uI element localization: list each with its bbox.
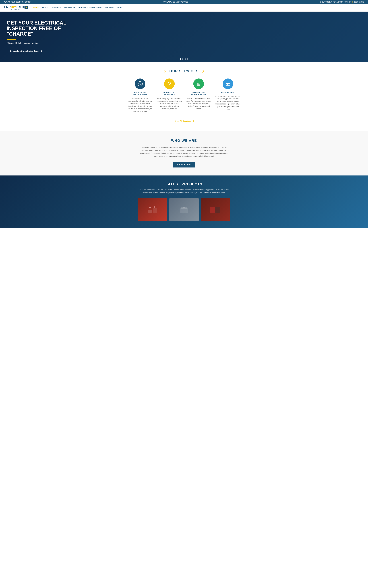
hero-dot-1[interactable] [180,58,181,60]
view-all-services-button[interactable]: View All Services ⊕ [170,118,198,124]
topbar-phone: 239.947.2375 [354,1,364,3]
project-thumb-1 [138,198,167,221]
top-bar: ALWAYS YOUR BEST CONNECTION FAMILY OWNED… [0,0,368,4]
nav-contact[interactable]: CONTACT [105,7,114,9]
lightning-icon: ⚡ [351,1,353,3]
service-card-commercial: COMMERCIALSERVICE WORK Make sure your bu… [186,78,211,113]
hero-section: GET YOUR ELECTRICAL INSPECTION FREE OF "… [0,12,368,62]
nav-links: HOME ABOUT SERVICES PORTFOLIO SCHEDULE A… [33,7,122,9]
hero-title: GET YOUR ELECTRICAL INSPECTION FREE OF "… [7,20,80,37]
svg-line-3 [168,82,168,82]
svg-point-19 [154,206,155,208]
service-icon-remodels [164,78,175,89]
svg-line-4 [170,82,171,82]
hero-cta-button[interactable]: Schedule a Consultation Today! ⊕ [7,48,46,54]
service-title-generators: GENERATORS [215,91,240,94]
svg-rect-17 [153,208,157,213]
service-title-residential: RESIDENTIALSERVICE WORK [128,91,153,96]
projects-content: LATEST PROJECTS Since our inception in 2… [4,182,364,221]
project-thumb-3 [201,198,230,221]
hero-dot-3[interactable] [184,58,186,60]
svg-rect-7 [198,83,199,84]
nav-services[interactable]: SERVICES [52,7,61,9]
svg-rect-23 [210,207,215,213]
hero-content: GET YOUR ELECTRICAL INSPECTION FREE OF "… [0,12,86,62]
service-desc-residential: Empowered Global, Inc. specializes in re… [128,97,153,113]
nav-schedule[interactable]: SCHEDULE APPOINTMENT [78,7,102,9]
header-right-line: ⚡ [201,69,217,73]
header-hr-left [151,71,162,71]
who-section: WHO WE ARE Empowered Global, Inc. is an … [0,131,368,175]
projects-title: LATEST PROJECTS [4,182,364,186]
hero-dots [180,58,188,60]
service-card-residential: RESIDENTIALSERVICE WORK Empowered Global… [128,78,153,113]
logo-sub: GLOBAL INC. [4,9,28,10]
logo-emp: EMP [4,5,11,9]
who-text: Empowered Global, Inc. is an electrical … [139,146,229,158]
service-card-remodels: RESIDENTIALREMODELS Make sure you get th… [157,78,182,113]
view-all-icon: ⊕ [192,120,194,122]
svg-point-1 [168,82,171,85]
more-about-button[interactable]: More About Us [173,162,195,167]
logo-ow: OW [11,5,16,9]
nav-about[interactable]: ABOUT [42,7,49,9]
svg-rect-12 [226,84,230,85]
project-card-2[interactable] [169,198,199,221]
project-card-3[interactable] [201,198,230,221]
service-desc-commercial: Make sure your business is up to code. W… [186,97,211,110]
service-card-generators: GENERATORS As a certified Kohler dealer,… [215,78,240,113]
services-section: ⚡ OUR SERVICES ⚡ RESIDENTIALSERVICE WORK… [0,62,368,131]
hero-subtitle: Efficient. Detailed. Always on time. [7,42,80,44]
nav-portfolio[interactable]: PORTFOLIO [64,7,75,9]
svg-rect-20 [180,208,188,213]
svg-rect-8 [199,83,200,84]
project-card-1[interactable] [138,198,167,221]
services-header: ⚡ OUR SERVICES ⚡ [4,69,364,73]
logo-icon: ⚡ [25,6,28,9]
svg-rect-24 [215,207,220,213]
header-hr-right [206,71,217,71]
service-icon-residential [135,78,145,89]
view-all-label: View All Services [175,120,191,122]
topbar-right: CALL US TODAY FOR AN APPOINTMENT ⚡ 239.9… [320,1,364,3]
service-icon-commercial [193,78,204,89]
service-title-remodels: RESIDENTIALREMODELS [157,91,182,96]
svg-point-13 [228,84,228,85]
projects-grid [4,198,364,221]
hero-dot-2[interactable] [182,58,184,60]
svg-rect-6 [198,83,198,84]
service-icon-generators [223,78,233,89]
logo[interactable]: EMPOWERED⚡ GLOBAL INC. [4,5,28,10]
projects-section: LATEST PROJECTS Since our inception in 2… [0,175,368,228]
project-thumb-2 [169,198,199,221]
svg-point-22 [184,207,184,208]
topbar-left: ALWAYS YOUR BEST CONNECTION [4,1,31,3]
services-grid: RESIDENTIALSERVICE WORK Empowered Global… [4,78,364,113]
who-title: WHO WE ARE [4,139,364,143]
topbar-center: FAMILY OWNED AND OPERATED [163,1,188,3]
svg-rect-10 [198,84,199,85]
nav-home[interactable]: HOME [33,7,39,9]
service-title-commercial: COMMERCIALSERVICE WORK [186,91,211,96]
lightning-right-icon: ⚡ [201,69,205,73]
service-desc-remodels: Make sure you get the most out of your r… [157,97,182,110]
header-left-line: ⚡ [151,69,167,73]
service-desc-generators: As a certified Kohler dealer, we can hel… [215,95,240,110]
hero-dot-4[interactable] [187,58,188,60]
navbar: EMPOWERED⚡ GLOBAL INC. HOME ABOUT SERVIC… [0,4,368,12]
services-title: OUR SERVICES [169,69,199,73]
svg-rect-16 [148,210,152,213]
lightning-left-icon: ⚡ [163,69,167,73]
svg-rect-11 [199,84,200,85]
topbar-call-label: CALL US TODAY FOR AN APPOINTMENT [320,1,351,3]
svg-rect-9 [198,84,198,85]
svg-point-18 [149,207,151,208]
hero-divider [7,39,16,39]
logo-ered: ERED [16,5,24,9]
projects-desc: Since our inception in 2013, we have had… [139,188,229,194]
nav-blog[interactable]: BLOG [117,7,122,9]
